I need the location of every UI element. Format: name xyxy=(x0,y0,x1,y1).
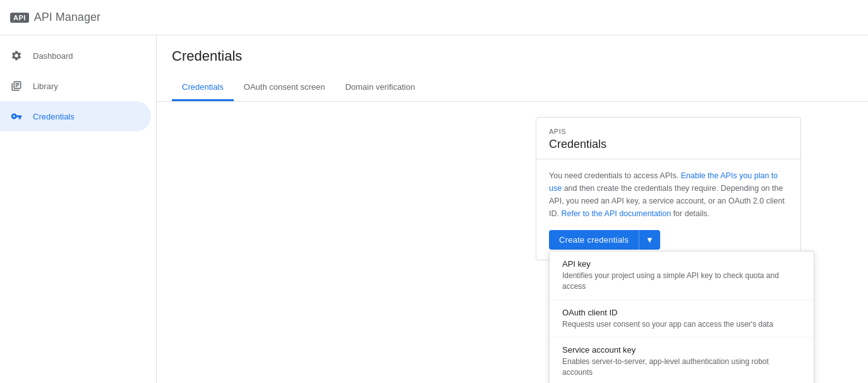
main-content: Credentials Credentials OAuth consent sc… xyxy=(157,35,868,383)
top-bar: API API Manager xyxy=(0,0,868,35)
content-area: APIs Credentials You need credentials to… xyxy=(157,102,868,132)
tab-credentials[interactable]: Credentials xyxy=(172,75,234,101)
credentials-dropdown-menu: API key Identifies your project using a … xyxy=(549,251,814,383)
tab-domain[interactable]: Domain verification xyxy=(335,75,425,101)
sidebar-item-credentials[interactable]: Credentials xyxy=(0,101,151,131)
apis-label: APIs xyxy=(549,128,788,135)
info-panel-body: You need credentials to access APIs. Ena… xyxy=(536,159,800,260)
tabs-bar: Credentials OAuth consent screen Domain … xyxy=(172,75,853,101)
api-badge: API xyxy=(10,13,29,23)
key-icon xyxy=(10,110,23,123)
tab-oauth[interactable]: OAuth consent screen xyxy=(234,75,335,101)
gear-icon xyxy=(10,49,23,62)
api-docs-link[interactable]: Refer to the API documentation xyxy=(561,209,671,218)
create-credentials-dropdown-toggle[interactable]: ▼ xyxy=(639,230,660,250)
api-key-desc: Identifies your project using a simple A… xyxy=(562,271,801,292)
main-layout: Dashboard Library Credentials Credential… xyxy=(0,35,868,383)
dropdown-item-service-account-key[interactable]: Service account key Enables server-to-se… xyxy=(550,337,814,383)
create-credentials-group: Create credentials ▼ API key Identifies … xyxy=(549,230,788,250)
library-icon xyxy=(10,80,23,92)
sidebar-item-library[interactable]: Library xyxy=(0,71,151,101)
page-title: Credentials xyxy=(172,48,853,64)
enable-apis-link[interactable]: Enable the APIs you plan to use xyxy=(549,171,778,193)
api-key-title: API key xyxy=(562,259,801,269)
sidebar-label-dashboard: Dashboard xyxy=(33,51,73,61)
service-account-key-desc: Enables server-to-server, app-level auth… xyxy=(562,356,801,378)
dropdown-arrow-icon: ▼ xyxy=(646,235,654,245)
info-description: You need credentials to access APIs. Ena… xyxy=(549,169,788,220)
info-panel-header: APIs Credentials xyxy=(536,118,800,159)
sidebar: Dashboard Library Credentials xyxy=(0,35,157,383)
dropdown-item-oauth-client-id[interactable]: OAuth client ID Requests user consent so… xyxy=(550,300,814,338)
sidebar-label-library: Library xyxy=(33,82,58,91)
page-header: Credentials Credentials OAuth consent sc… xyxy=(157,35,868,102)
app-title: API Manager xyxy=(34,11,100,24)
sidebar-item-dashboard[interactable]: Dashboard xyxy=(0,40,151,71)
sidebar-label-credentials: Credentials xyxy=(33,112,75,121)
dropdown-item-api-key[interactable]: API key Identifies your project using a … xyxy=(550,252,814,300)
create-credentials-button[interactable]: Create credentials xyxy=(549,230,639,250)
info-panel-title: Credentials xyxy=(549,138,788,151)
oauth-client-id-desc: Requests user consent so your app can ac… xyxy=(562,319,801,330)
oauth-client-id-title: OAuth client ID xyxy=(562,308,801,317)
info-panel: APIs Credentials You need credentials to… xyxy=(536,117,801,260)
app-logo: API API Manager xyxy=(10,11,100,24)
service-account-key-title: Service account key xyxy=(562,345,801,355)
